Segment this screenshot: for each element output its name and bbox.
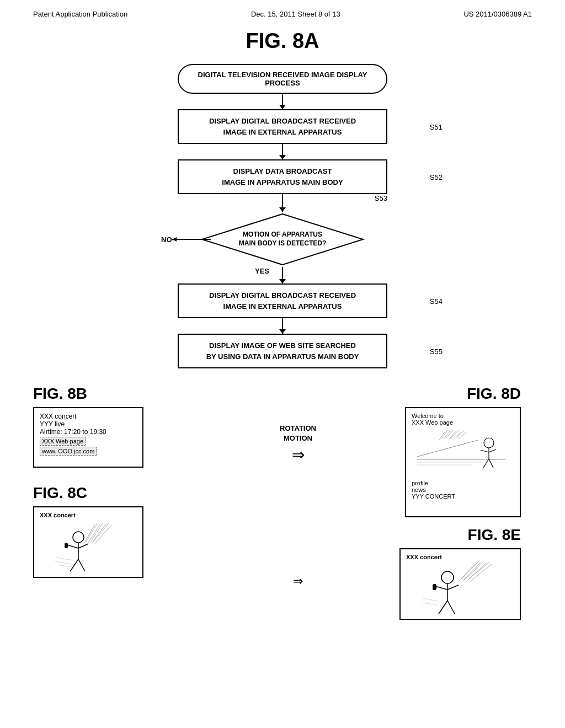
svg-line-15: [70, 559, 78, 571]
fig8e-illustration: [403, 561, 514, 619]
flowchart-8a: DIGITAL TELEVISION RECEIVED IMAGE DISPLA…: [117, 64, 448, 368]
s54-row: DISPLAY DIGITAL BROADCAST RECEIVEDIMAGE …: [150, 283, 415, 318]
fig8d-profile: profile: [412, 480, 514, 486]
fig8d-concert: YYY CONCERT: [412, 493, 514, 500]
svg-line-13: [78, 544, 88, 548]
svg-line-35: [489, 449, 496, 452]
svg-line-25: [442, 430, 447, 438]
arrow-5: [282, 318, 283, 334]
s52-label: S52: [430, 173, 443, 181]
svg-line-18: [55, 561, 72, 564]
svg-line-48: [435, 586, 447, 590]
fig8b-live: YYY live: [40, 420, 137, 428]
diamond-row: MOTION OF APPARATUSMAIN BODY IS DETECTED…: [150, 212, 415, 267]
fig8b-section: FIG. 8B XXX concert YYY live Airtime: 17…: [33, 385, 265, 468]
svg-line-49: [447, 585, 459, 590]
fig8d-title: FIG. 8D: [331, 385, 532, 403]
svg-line-17: [56, 558, 73, 560]
rotation-section: ROTATION MOTION ⇒ ⇒: [265, 385, 331, 620]
fig8d-welcome: Welcome toXXX Web page: [412, 413, 514, 426]
s51-row: DISPLAY DIGITAL BROADCAST RECEIVEDIMAGE …: [150, 109, 415, 144]
fig8e-label: XXX concert: [406, 554, 514, 560]
svg-line-53: [423, 598, 439, 601]
fig8e-title: FIG. 8E: [331, 526, 532, 544]
fig8b-device: XXX concert YYY live Airtime: 17:20 to 1…: [33, 407, 143, 468]
fig8d-device: Welcome toXXX Web page: [405, 407, 521, 517]
fig8b-link2: www. OOO.jcc.com: [40, 447, 97, 456]
s54-box: DISPLAY DIGITAL BROADCAST RECEIVEDIMAGE …: [178, 283, 387, 318]
start-row: DIGITAL TELEVISION RECEIVED IMAGE DISPLA…: [117, 64, 448, 94]
fig8b-link1: XXX Web page: [40, 437, 86, 446]
svg-line-19: [59, 565, 74, 567]
fig8d-illustration: [412, 429, 511, 479]
rotation-label: ROTATION MOTION: [280, 424, 316, 443]
single-arrow-ce: ⇒: [293, 574, 303, 588]
arrow-3: [282, 194, 283, 212]
fig8e-device: XXX concert: [399, 548, 521, 620]
yes-arrow-row: YES: [150, 267, 415, 283]
s53-label: S53: [375, 194, 387, 202]
svg-rect-50: [433, 584, 436, 590]
yes-label: YES: [255, 267, 269, 275]
fig8b-airtime: Airtime: 17:20 to 19:30: [40, 428, 137, 436]
fig8a-title: FIG. 8A: [33, 29, 532, 53]
fig8c-device: XXX concert: [33, 506, 143, 578]
svg-line-52: [447, 601, 455, 614]
diamond-box: MOTION OF APPARATUSMAIN BODY IS DETECTED…: [200, 212, 365, 267]
left-column: FIG. 8B XXX concert YYY live Airtime: 17…: [33, 385, 265, 620]
page-header: Patent Application Publication Dec. 15, …: [0, 0, 565, 18]
header-right: US 2011/0306389 A1: [463, 10, 532, 18]
header-left: Patent Application Publication: [33, 10, 127, 18]
s53-arrow-row: S53: [150, 194, 415, 212]
svg-point-10: [73, 532, 84, 543]
start-box: DIGITAL TELEVISION RECEIVED IMAGE DISPLA…: [178, 64, 387, 94]
right-column: FIG. 8D Welcome toXXX Web page: [331, 385, 532, 620]
s51-box: DISPLAY DIGITAL BROADCAST RECEIVEDIMAGE …: [178, 109, 387, 144]
rotation-arrow: ⇒: [292, 446, 305, 464]
svg-line-12: [67, 545, 78, 548]
fig8b-title: FIG. 8B: [33, 385, 265, 403]
svg-line-54: [422, 603, 438, 605]
fig8d-news: news: [412, 486, 514, 493]
svg-point-32: [484, 438, 494, 448]
arrow-1: [282, 94, 283, 109]
s55-row: DISPLAY IMAGE OF WEB SITE SEARCHEDBY USI…: [150, 334, 415, 368]
svg-line-34: [481, 450, 489, 452]
diamond-text: MOTION OF APPARATUSMAIN BODY IS DETECTED…: [239, 231, 326, 248]
svg-line-36: [483, 459, 489, 468]
s54-label: S54: [430, 297, 443, 305]
bottom-figures: FIG. 8B XXX concert YYY live Airtime: 17…: [33, 385, 532, 620]
fig8d-section: FIG. 8D Welcome toXXX Web page: [331, 385, 532, 517]
s51-label: S51: [430, 122, 443, 131]
arrow-4: [282, 267, 283, 283]
svg-marker-2: [172, 237, 177, 242]
s52-box: DISPLAY DATA BROADCASTIMAGE IN APPARATUS…: [178, 159, 387, 194]
svg-line-37: [489, 459, 493, 468]
arrow-2: [282, 144, 283, 159]
svg-line-51: [439, 601, 447, 614]
svg-line-38: [417, 440, 478, 457]
svg-line-16: [78, 559, 85, 571]
svg-point-46: [441, 571, 454, 584]
s55-box: DISPLAY IMAGE OF WEB SITE SEARCHEDBY USI…: [178, 334, 387, 368]
fig8b-concert: XXX concert: [40, 413, 137, 420]
fig8c-section: FIG. 8C XXX concert: [33, 484, 265, 578]
svg-rect-14: [65, 543, 68, 548]
fig8c-label: XXX concert: [40, 512, 137, 518]
s52-row: DISPLAY DATA BROADCASTIMAGE IN APPARATUS…: [150, 159, 415, 194]
main-content: FIG. 8A DIGITAL TELEVISION RECEIVED IMAG…: [0, 18, 565, 625]
s55-label: S55: [430, 347, 443, 355]
no-arrow: [161, 234, 216, 245]
header-middle: Dec. 15, 2011 Sheet 8 of 13: [251, 10, 340, 18]
fig8c-illustration: [40, 522, 128, 577]
fig8e-section: FIG. 8E XXX concert: [331, 526, 532, 620]
fig8c-title: FIG. 8C: [33, 484, 265, 502]
